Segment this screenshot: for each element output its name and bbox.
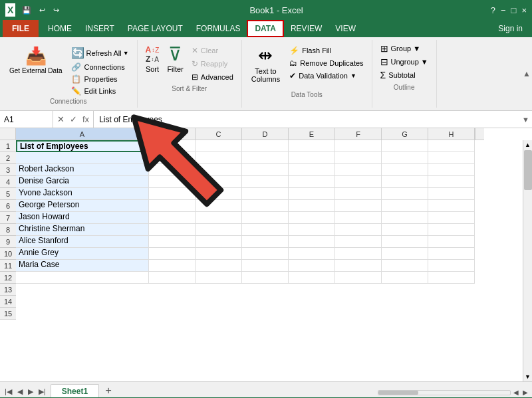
row-header-15[interactable]: 15 <box>0 308 16 320</box>
cell-h9[interactable] <box>428 236 475 248</box>
filter-button[interactable]: ⊽ Filter <box>164 43 186 76</box>
cell-h4[interactable] <box>428 176 475 188</box>
cell-e5[interactable] <box>289 188 335 200</box>
menu-data[interactable]: DATA <box>247 20 284 37</box>
cell-d11[interactable] <box>242 260 289 272</box>
cell-c10[interactable] <box>196 248 242 260</box>
cell-b3[interactable] <box>149 164 196 176</box>
cell-c5[interactable] <box>196 188 242 200</box>
cell-e10[interactable] <box>289 248 335 260</box>
cell-h11[interactable] <box>428 260 475 272</box>
cell-h12[interactable] <box>428 272 475 284</box>
redo-button[interactable]: ↪ <box>51 5 62 16</box>
cell-g1[interactable] <box>382 140 428 152</box>
menu-insert[interactable]: INSERT <box>78 20 121 37</box>
cell-b6[interactable] <box>149 200 196 212</box>
row-header-11[interactable]: 11 <box>0 260 16 272</box>
row-header-8[interactable]: 8 <box>0 224 16 236</box>
advanced-button[interactable]: ⊟ Advanced <box>189 72 236 82</box>
menu-home[interactable]: HOME <box>41 20 78 37</box>
cell-h2[interactable] <box>428 152 475 164</box>
remove-duplicates-button[interactable]: 🗂 Remove Duplicates <box>287 58 366 68</box>
cell-g5[interactable] <box>382 188 428 200</box>
row-header-1[interactable]: 1 <box>0 140 16 152</box>
col-header-f[interactable]: F <box>335 128 382 140</box>
cell-h7[interactable] <box>428 212 475 224</box>
h-scroll-thumb[interactable] <box>378 391 418 395</box>
undo-button[interactable]: ↩ <box>37 5 48 16</box>
cell-f1[interactable] <box>335 140 382 152</box>
connections-button[interactable]: 🔗 Connections <box>68 62 131 72</box>
row-header-2[interactable]: 2 <box>0 152 16 164</box>
cell-h8[interactable] <box>428 224 475 236</box>
cell-f8[interactable] <box>335 224 382 236</box>
cell-b9[interactable] <box>149 236 196 248</box>
cell-g6[interactable] <box>382 200 428 212</box>
cell-c3[interactable] <box>196 164 242 176</box>
tab-last-button[interactable]: ▶| <box>37 386 48 397</box>
row-header-6[interactable]: 6 <box>0 200 16 212</box>
cell-d12[interactable] <box>242 272 289 284</box>
row-header-14[interactable]: 14 <box>0 296 16 308</box>
cell-d3[interactable] <box>242 164 289 176</box>
menu-view[interactable]: VIEW <box>329 20 362 37</box>
cell-e2[interactable] <box>289 152 335 164</box>
cell-b10[interactable] <box>149 248 196 260</box>
row-header-3[interactable]: 3 <box>0 164 16 176</box>
cell-g10[interactable] <box>382 248 428 260</box>
cell-f11[interactable] <box>335 260 382 272</box>
cell-c8[interactable] <box>196 224 242 236</box>
text-to-columns-button[interactable]: ⇹ Text toColumns <box>247 43 284 86</box>
cell-b1[interactable] <box>149 140 196 152</box>
tab-prev-button[interactable]: ◀ <box>15 386 25 397</box>
cell-d6[interactable] <box>242 200 289 212</box>
cell-g9[interactable] <box>382 236 428 248</box>
h-scroll-left[interactable]: ◀ <box>512 387 520 397</box>
cell-f5[interactable] <box>335 188 382 200</box>
cell-d8[interactable] <box>242 224 289 236</box>
cell-c11[interactable] <box>196 260 242 272</box>
cell-c1[interactable] <box>196 140 242 152</box>
cell-e1[interactable] <box>289 140 335 152</box>
h-scroll-right[interactable]: ▶ <box>521 387 529 397</box>
cell-f6[interactable] <box>335 200 382 212</box>
row-header-7[interactable]: 7 <box>0 212 16 224</box>
cell-f10[interactable] <box>335 248 382 260</box>
cell-e11[interactable] <box>289 260 335 272</box>
cell-a7[interactable]: Jason Howard <box>16 212 149 224</box>
cell-c2[interactable] <box>196 152 242 164</box>
confirm-formula-button[interactable]: ✓ <box>68 113 78 126</box>
cell-reference-box[interactable]: A1 <box>0 111 53 128</box>
row-header-12[interactable]: 12 <box>0 272 16 284</box>
flash-fill-button[interactable]: ⚡ Flash Fill <box>287 45 366 56</box>
row-header-4[interactable]: 4 <box>0 176 16 188</box>
cell-h1[interactable] <box>428 140 475 152</box>
cell-a1[interactable]: List of Employees <box>16 140 149 152</box>
cell-a8[interactable]: Christine Sherman <box>16 224 149 236</box>
cell-g7[interactable] <box>382 212 428 224</box>
scroll-thumb[interactable] <box>524 150 532 190</box>
cell-f3[interactable] <box>335 164 382 176</box>
sort-button[interactable]: A ↕ Z Z ↕ A Sort <box>143 43 162 76</box>
cell-g8[interactable] <box>382 224 428 236</box>
cell-d7[interactable] <box>242 212 289 224</box>
cell-f9[interactable] <box>335 236 382 248</box>
reapply-button[interactable]: ↻ Reapply <box>189 58 236 69</box>
cell-d1[interactable] <box>242 140 289 152</box>
cell-g2[interactable] <box>382 152 428 164</box>
col-header-d[interactable]: D <box>242 128 289 140</box>
cancel-formula-button[interactable]: ✕ <box>56 113 66 126</box>
cell-f2[interactable] <box>335 152 382 164</box>
subtotal-button[interactable]: Σ Subtotal <box>378 69 431 81</box>
sheet-tab-sheet1[interactable]: Sheet1 <box>51 384 99 397</box>
cell-c6[interactable] <box>196 200 242 212</box>
cell-e9[interactable] <box>289 236 335 248</box>
row-header-9[interactable]: 9 <box>0 236 16 248</box>
cell-b5[interactable] <box>149 188 196 200</box>
cell-a6[interactable]: George Peterson <box>16 200 149 212</box>
cell-d9[interactable] <box>242 236 289 248</box>
cell-f4[interactable] <box>335 176 382 188</box>
get-external-data-button[interactable]: 📥 Get External Data <box>5 43 66 77</box>
cell-d2[interactable] <box>242 152 289 164</box>
cell-c9[interactable] <box>196 236 242 248</box>
